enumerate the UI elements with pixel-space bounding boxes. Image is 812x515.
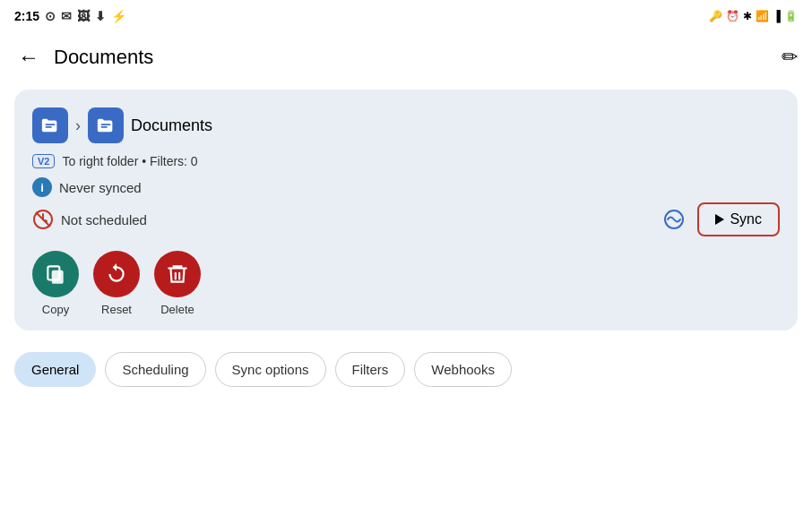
sync-button-label: Sync [730,211,762,227]
status-time: 2:15 [14,9,39,23]
info-icon: i [32,177,52,197]
bluetooth-icon: ✱ [743,10,752,22]
app-bar: ← Documents ✏ [0,32,812,82]
schedule-right: Sync [660,202,780,236]
tab-webhooks[interactable]: Webhooks [414,352,512,387]
page-title: Documents [54,46,153,69]
folder-name: Documents [131,116,212,135]
usb-icon: ⚡ [111,9,126,23]
play-icon [715,214,724,225]
breadcrumb-chevron: › [75,116,81,135]
dest-folder-icon [88,107,124,143]
delete-button[interactable] [154,251,201,297]
svg-rect-0 [46,124,56,125]
key-icon: 🔑 [709,10,722,22]
copy-label: Copy [42,303,69,316]
sync-status-row: i Never synced [32,177,780,197]
schedule-left: Not scheduled [32,209,147,230]
tab-sync-options[interactable]: Sync options [215,352,326,387]
action-buttons-row: Copy Reset Delete [32,251,780,316]
wave-icon [660,205,688,234]
svg-rect-2 [101,124,111,125]
reset-button[interactable] [93,251,140,297]
status-bar-right: 🔑 ⏰ ✱ 📶 ▐ 🔋 [709,10,798,22]
app-bar-left: ← Documents [14,41,153,73]
tab-scheduling[interactable]: Scheduling [105,352,205,387]
copy-button[interactable] [32,251,79,297]
copy-action: Copy [32,251,79,316]
alarm-icon: ⏰ [726,10,739,22]
status-bar: 2:15 ⊙ ✉ 🖼 ⬇ ⚡ 🔑 ⏰ ✱ 📶 ▐ 🔋 [0,0,812,32]
meta-text: To right folder • Filters: 0 [62,154,197,168]
reset-action: Reset [93,251,140,316]
back-button[interactable]: ← [14,41,43,73]
no-schedule-icon [32,209,54,230]
sync-status-text: Never synced [59,180,142,195]
reset-label: Reset [101,303,132,316]
tab-general[interactable]: General [14,352,96,387]
tabs-row: General Scheduling Sync options Filters … [0,338,812,398]
svg-rect-7 [52,270,64,284]
clock-icon: ⊙ [45,9,56,23]
version-badge: V2 [32,154,55,168]
schedule-row: Not scheduled Sync [32,202,780,236]
source-folder-icon [32,107,68,143]
sync-button[interactable]: Sync [697,202,780,236]
svg-rect-3 [101,126,108,128]
image-icon: 🖼 [77,9,90,23]
main-card: › Documents V2 To right folder • Filters… [14,90,798,330]
schedule-status-text: Not scheduled [61,212,147,227]
battery-icon: 🔋 [784,10,798,22]
status-bar-left: 2:15 ⊙ ✉ 🖼 ⬇ ⚡ [14,9,126,23]
signal-icon: ▐ [773,10,781,22]
meta-row: V2 To right folder • Filters: 0 [32,154,780,168]
svg-rect-1 [46,126,52,128]
gmail-icon: ✉ [61,9,72,23]
edit-button[interactable]: ✏ [782,46,798,69]
delete-action: Delete [154,251,201,316]
wifi-icon: 📶 [756,10,769,22]
delete-label: Delete [160,303,194,316]
tab-filters[interactable]: Filters [335,352,406,387]
download-icon: ⬇ [95,9,106,23]
breadcrumb-row: › Documents [32,107,780,143]
